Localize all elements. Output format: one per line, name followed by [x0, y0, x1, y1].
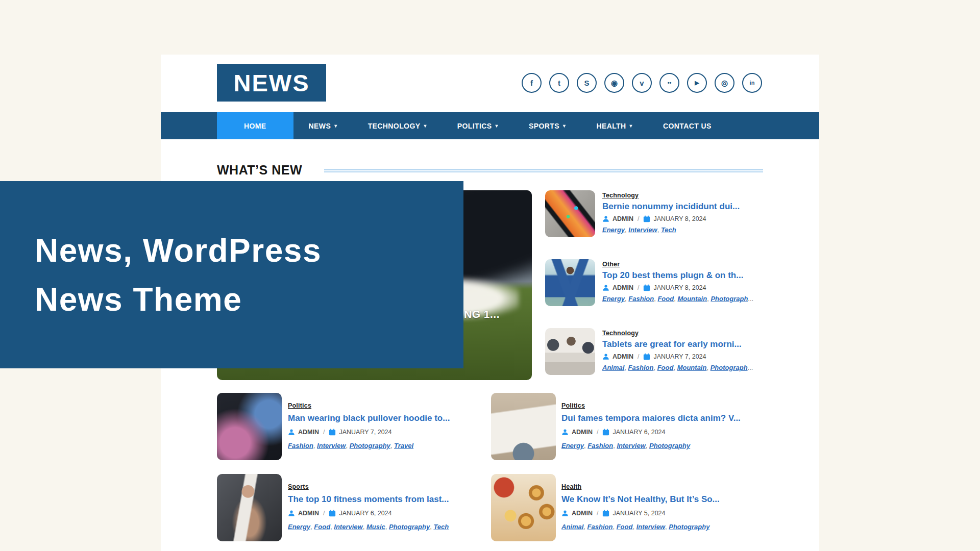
tag-link[interactable]: Interview	[628, 226, 657, 234]
tag-link[interactable]: Interview	[317, 442, 346, 449]
article-title-link[interactable]: Top 20 best thems plugn & on th...	[602, 270, 743, 281]
tag-separator: ,	[632, 523, 636, 531]
tag-separator: ,	[653, 364, 657, 371]
flickr-icon[interactable]: ••	[659, 73, 679, 93]
author-link[interactable]: ADMIN	[612, 215, 633, 222]
tag-list: Energy, Fashion, Interview, Photography	[561, 442, 690, 449]
tag-link[interactable]: Food	[657, 364, 674, 371]
tag-link[interactable]: Fashion	[288, 442, 313, 449]
tag-link[interactable]: Photograph	[710, 364, 748, 371]
article-title-link[interactable]: Man wearing black pullover hoodie to...	[288, 413, 450, 423]
promo-line-1: News, WordPress	[35, 226, 463, 275]
tag-link[interactable]: Animal	[561, 523, 583, 531]
skype-icon[interactable]: S	[577, 73, 597, 93]
facebook-icon[interactable]: f	[522, 73, 542, 93]
tag-list: Energy, Fashion, Food, Mountain, Photogr…	[602, 295, 753, 303]
nav-item-news[interactable]: NEWS ▾	[293, 112, 353, 139]
calendar-icon	[643, 215, 650, 222]
tag-link[interactable]: Energy	[602, 295, 625, 303]
nav-item-sports[interactable]: SPORTS ▾	[513, 112, 581, 139]
twitter-icon[interactable]: t	[549, 73, 569, 93]
category-link[interactable]: Other	[602, 261, 620, 268]
tag-link[interactable]: Music	[366, 523, 385, 531]
calendar-icon	[329, 429, 336, 436]
tag-link[interactable]: Photography	[649, 442, 690, 449]
tag-link[interactable]: Food	[617, 523, 633, 531]
category-link[interactable]: Technology	[602, 192, 639, 199]
tag-link[interactable]: Mountain	[677, 364, 707, 371]
nav-label: HOME	[244, 122, 266, 130]
category-link[interactable]: Sports	[288, 483, 309, 490]
article-thumbnail-smoke-mask[interactable]	[217, 393, 282, 460]
tag-link[interactable]: Fashion	[628, 295, 654, 303]
meta-separator: /	[323, 429, 325, 436]
author-link[interactable]: ADMIN	[612, 284, 633, 291]
linkedin-icon[interactable]: in	[742, 73, 762, 93]
author-link[interactable]: ADMIN	[298, 429, 319, 436]
article-meta: ADMIN / JANUARY 6, 2024	[288, 510, 392, 517]
site-logo[interactable]: NEWS	[217, 64, 326, 102]
tag-link[interactable]: Photography	[350, 442, 390, 449]
article-thumbnail-meeting[interactable]	[545, 328, 595, 375]
tag-separator: ,	[612, 523, 616, 531]
article-title-link[interactable]: Tablets are great for early morni...	[602, 339, 742, 349]
tag-link[interactable]: Animal	[602, 364, 624, 371]
tag-link[interactable]: Photography	[389, 523, 430, 531]
tag-link[interactable]: Energy	[561, 442, 584, 449]
instagram-icon[interactable]: ◎	[715, 73, 734, 93]
tag-link[interactable]: Food	[314, 523, 330, 531]
nav-item-home[interactable]: HOME	[217, 112, 293, 139]
author-link[interactable]: ADMIN	[298, 510, 319, 517]
vimeo-icon[interactable]: v	[632, 73, 652, 93]
article-thumbnail-phone[interactable]	[545, 190, 595, 237]
featured-article-title-fragment[interactable]: NG 1...	[464, 308, 500, 320]
article-thumbnail-fried-food[interactable]	[491, 474, 556, 541]
tag-link[interactable]: Interview	[617, 442, 645, 449]
category-link[interactable]: Politics	[288, 402, 311, 409]
author-link[interactable]: ADMIN	[572, 429, 593, 436]
author-icon	[561, 429, 569, 436]
article-thumbnail-newspaper[interactable]	[491, 393, 556, 460]
tag-link[interactable]: Photograph	[710, 295, 748, 303]
tag-link[interactable]: Food	[657, 295, 674, 303]
tag-link[interactable]: Photography	[669, 523, 709, 531]
nav-item-contact-us[interactable]: CONTACT US	[648, 112, 727, 139]
category-link[interactable]: Health	[561, 483, 581, 490]
tag-link[interactable]: Interview	[334, 523, 362, 531]
main-nav: HOME NEWS ▾ TECHNOLOGY ▾ POLITICS ▾ SPOR…	[161, 112, 819, 139]
tag-separator: ,	[346, 442, 349, 449]
author-icon	[602, 353, 609, 360]
tag-link[interactable]: Fashion	[587, 523, 613, 531]
tag-link[interactable]: Mountain	[677, 295, 707, 303]
nav-label: SPORTS	[529, 122, 559, 130]
tag-separator: ,	[583, 523, 587, 531]
nav-label: HEALTH	[596, 122, 626, 130]
article-title-link[interactable]: We Know It’s Not Healthy, But It’s So...	[561, 494, 720, 505]
social-links: f t S ◉ v •• ▶ ◎ in	[522, 73, 762, 93]
nav-label: POLITICS	[457, 122, 492, 130]
article-title-link[interactable]: Bernie nonummy incididunt dui...	[602, 202, 740, 212]
dribbble-icon[interactable]: ◉	[604, 73, 624, 93]
article-title-link[interactable]: Dui fames tempora maiores dicta anim? V.…	[561, 413, 741, 423]
nav-item-politics[interactable]: POLITICS ▾	[442, 112, 513, 139]
category-link[interactable]: Politics	[561, 402, 585, 409]
tag-link[interactable]: Energy	[602, 226, 625, 234]
category-link[interactable]: Technology	[602, 330, 639, 337]
author-link[interactable]: ADMIN	[612, 353, 633, 360]
tag-link[interactable]: Energy	[288, 523, 310, 531]
tag-link[interactable]: Fashion	[628, 364, 654, 371]
tag-separator: ,	[390, 442, 394, 449]
tag-link[interactable]: Tech	[433, 523, 449, 531]
youtube-icon[interactable]: ▶	[687, 73, 707, 93]
tag-link[interactable]: Fashion	[587, 442, 613, 449]
nav-item-health[interactable]: HEALTH ▾	[581, 112, 648, 139]
article-thumbnail-fitness[interactable]	[217, 474, 282, 541]
tag-link[interactable]: Travel	[394, 442, 413, 449]
tag-link[interactable]: Interview	[636, 523, 665, 531]
tag-list: Energy, Food, Interview, Music, Photogra…	[288, 523, 449, 531]
article-thumbnail-arms-raised[interactable]	[545, 259, 595, 306]
tag-link[interactable]: Tech	[661, 226, 676, 234]
nav-item-technology[interactable]: TECHNOLOGY ▾	[353, 112, 442, 139]
author-link[interactable]: ADMIN	[572, 510, 593, 517]
article-title-link[interactable]: The top 10 fitness moments from last...	[288, 494, 449, 505]
